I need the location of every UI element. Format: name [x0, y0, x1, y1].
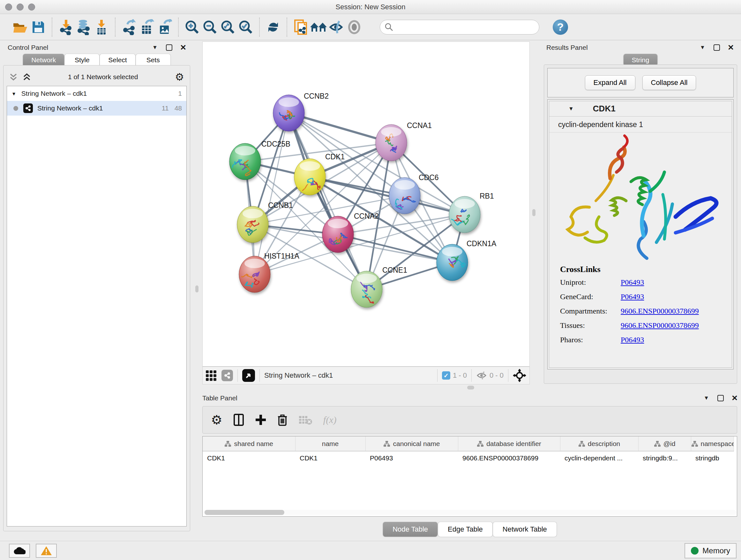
import-table-button[interactable]	[92, 18, 111, 36]
network-node-HIST1H1A[interactable]	[239, 256, 270, 293]
string-protocols-button[interactable]	[292, 18, 310, 36]
hide-panels-button[interactable]	[327, 18, 345, 36]
import-database-button[interactable]	[75, 18, 92, 36]
string-view-icon[interactable]	[221, 370, 233, 381]
table-cell[interactable]: P06493	[365, 451, 458, 464]
grid-view-icon[interactable]	[206, 370, 216, 381]
open-file-button[interactable]	[11, 18, 29, 36]
export-network-button[interactable]	[120, 18, 138, 36]
pan-crosshair-icon[interactable]	[513, 369, 526, 382]
network-canvas[interactable]: CCNB2CCNA1CDC25BCDK1CDC6RB1CCNB1CCNA2CDK…	[202, 42, 530, 367]
table-horizontal-scrollbar[interactable]	[203, 510, 736, 515]
cloud-status-button[interactable]	[9, 544, 30, 558]
scrollbar-thumb[interactable]	[205, 510, 284, 515]
tab-sets[interactable]: Sets	[136, 54, 171, 66]
zoom-out-button[interactable]	[201, 18, 219, 36]
network-edge-CCNB2-HIST1H1A[interactable]	[255, 113, 289, 274]
tab-network[interactable]: Network	[23, 54, 64, 66]
control-panel-float-button[interactable]	[166, 44, 172, 51]
crosslink-link[interactable]: P06493	[621, 278, 644, 287]
birdseye-view-icon[interactable]	[242, 369, 255, 382]
table-panel-menu-caret[interactable]: ▼	[704, 395, 709, 401]
selected-items-checkbox-icon[interactable]: ✓	[442, 371, 450, 380]
network-node-CDC6[interactable]	[389, 178, 420, 214]
export-image-button[interactable]	[156, 18, 174, 36]
home-button[interactable]	[310, 18, 327, 36]
network-node-CCNA2[interactable]	[322, 216, 354, 253]
table-cell[interactable]: stringdb	[691, 451, 734, 464]
zoom-in-button[interactable]	[183, 18, 201, 36]
network-node-RB1[interactable]	[449, 196, 480, 233]
network-node-CCNA1[interactable]	[376, 125, 407, 161]
show-columns-icon[interactable]	[233, 414, 244, 426]
network-row[interactable]: String Network – cdk1 11 48	[7, 101, 186, 116]
tab-style[interactable]: Style	[64, 54, 99, 66]
tab-edge-table[interactable]: Edge Table	[438, 522, 493, 537]
column-header-name[interactable]: name	[295, 436, 365, 451]
cdk1-section-header[interactable]: ▼ CDK1	[549, 101, 732, 117]
table-cell[interactable]: stringdb:9...	[638, 451, 691, 464]
column-header-databaseidentifier[interactable]: database identifier	[458, 436, 560, 451]
import-network-button[interactable]	[57, 18, 75, 36]
splitter-handle[interactable]	[467, 386, 474, 389]
control-panel-menu-caret[interactable]: ▼	[152, 44, 158, 51]
show-panels-button[interactable]	[345, 18, 363, 36]
network-node-CDKN1A[interactable]	[436, 244, 468, 281]
refresh-button[interactable]	[264, 18, 282, 36]
network-edge-CCNB2-CCNE1[interactable]	[289, 113, 367, 289]
splitter-handle[interactable]	[195, 286, 199, 293]
help-button[interactable]: ?	[553, 19, 568, 35]
tab-node-table[interactable]: Node Table	[383, 522, 438, 537]
delete-column-trash-icon[interactable]	[277, 414, 287, 426]
node-table[interactable]: shared namenamecanonical namedatabase id…	[202, 436, 737, 516]
collapse-all-icon[interactable]	[9, 72, 17, 82]
column-header-sharedname[interactable]: shared name	[203, 436, 295, 451]
search-input[interactable]	[380, 20, 539, 35]
column-header-id[interactable]: @id	[638, 436, 691, 451]
network-collection-row[interactable]: ▼ String Network – cdk1 1	[7, 86, 186, 101]
crosslink-link[interactable]: P06493	[621, 335, 644, 344]
tab-network-table[interactable]: Network Table	[493, 522, 557, 537]
network-node-CDC25B[interactable]	[229, 143, 261, 180]
column-header-canonicalname[interactable]: canonical name	[365, 436, 458, 451]
export-table-button[interactable]	[138, 18, 156, 36]
crosslink-link[interactable]: P06493	[621, 293, 644, 301]
crosslink-link[interactable]: 9606.ENSP00000378699	[621, 321, 699, 330]
table-cell[interactable]: cyclin-dependent ...	[560, 451, 638, 464]
table-row[interactable]: CDK1CDK1P064939606.ENSP00000378699cyclin…	[203, 451, 734, 464]
table-panel-float-button[interactable]	[718, 395, 724, 401]
zoom-selected-button[interactable]	[237, 18, 255, 36]
table-cell[interactable]: CDK1	[203, 451, 295, 464]
table-cell[interactable]: CDK1	[295, 451, 365, 464]
network-node-CCNE1[interactable]	[351, 271, 382, 307]
control-panel-close-button[interactable]: ✕	[180, 43, 186, 52]
table-panel-close-button[interactable]: ✕	[731, 394, 738, 402]
results-panel-float-button[interactable]	[714, 44, 720, 51]
crosslink-link[interactable]: 9606.ENSP00000378699	[621, 307, 699, 315]
column-header-description[interactable]: description	[560, 436, 638, 451]
results-panel-menu-caret[interactable]: ▼	[700, 44, 705, 51]
cdk1-expand-caret[interactable]: ▼	[568, 106, 574, 112]
expand-all-icon[interactable]	[23, 72, 31, 82]
splitter-handle[interactable]	[532, 209, 536, 216]
results-panel-close-button[interactable]: ✕	[728, 43, 734, 52]
table-cell[interactable]: 9606.ENSP00000378699	[458, 451, 560, 464]
network-node-CCNB1[interactable]	[237, 206, 268, 243]
add-column-icon[interactable]	[255, 414, 266, 426]
collection-expand-caret[interactable]: ▼	[11, 91, 16, 97]
tab-select[interactable]: Select	[99, 54, 135, 66]
expand-all-button[interactable]: Expand All	[585, 75, 635, 90]
zoom-fit-button[interactable]	[219, 18, 237, 36]
table-settings-gear-icon[interactable]: ⚙	[211, 413, 222, 427]
network-node-CCNB2[interactable]	[273, 95, 305, 131]
collection-count: 1	[178, 90, 182, 98]
hidden-items-eye-icon[interactable]	[476, 371, 487, 380]
network-view-statusbar: String Network – cdk1 ✓ 1 - 0 0 - 0	[202, 367, 530, 384]
memory-button[interactable]: Memory	[684, 543, 737, 558]
save-session-button[interactable]	[29, 18, 47, 36]
network-options-gear-icon[interactable]: ⚙	[175, 71, 184, 83]
warnings-button[interactable]	[36, 544, 57, 558]
column-header-namespace[interactable]: namespace	[691, 436, 734, 451]
network-node-CDK1[interactable]	[294, 159, 326, 195]
collapse-all-button[interactable]: Collapse All	[643, 75, 696, 90]
